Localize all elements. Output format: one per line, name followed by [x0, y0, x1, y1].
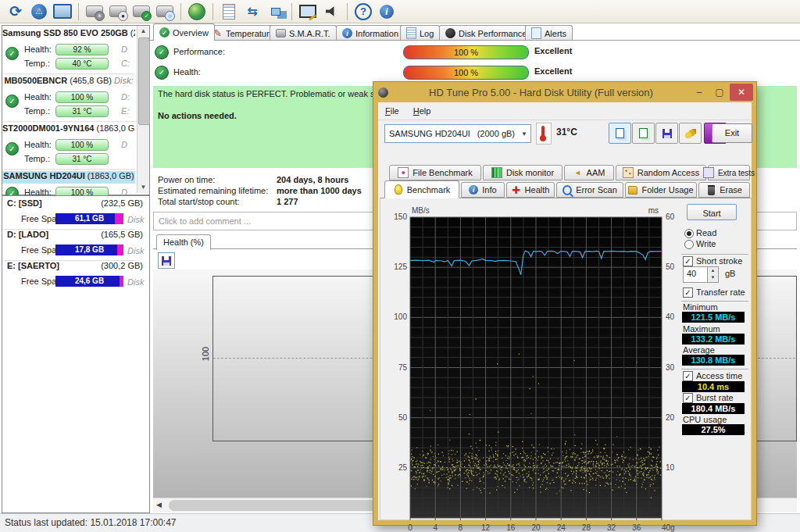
volume-row-c[interactable]: C: [SSD](232,5 GB) Free Space 61,1 GB Di…: [2, 198, 148, 230]
volume-note: Disk: [127, 277, 148, 287]
tab-disk-monitor[interactable]: Disk monitor: [483, 165, 562, 180]
health-bar: 100 %: [55, 91, 109, 103]
tab-alerts[interactable]: Alerts: [525, 25, 573, 41]
svg-text:28: 28: [582, 523, 591, 532]
access-time-checkbox[interactable]: [683, 371, 693, 381]
start-button[interactable]: Start: [687, 204, 737, 220]
write-radio[interactable]: [684, 240, 694, 249]
disk-row-samsung-ssd[interactable]: Samsung SSD 850 EVO 250GB (232,5 GB) ✓ H…: [2, 28, 135, 73]
menu-help[interactable]: Help: [406, 106, 438, 116]
save-chart-button[interactable]: [158, 252, 175, 269]
report-icon[interactable]: [219, 2, 239, 21]
tab-aam[interactable]: ◄AAM: [564, 165, 614, 180]
volume-name: E: [SAERTO]: [7, 261, 59, 270]
maximize-button[interactable]: ▢: [709, 84, 730, 100]
scroll-left-icon[interactable]: ◀: [156, 501, 162, 509]
floppy-icon: [662, 129, 672, 138]
tab-overview[interactable]: ✓Overview: [153, 23, 215, 41]
refresh-icon[interactable]: ⟳: [5, 2, 26, 21]
svg-text:20: 20: [531, 523, 541, 532]
disk-clock-icon[interactable]: ●: [108, 2, 128, 21]
minimum-label: Minimum: [683, 302, 718, 312]
burst-rate-value: 180.4 MB/s: [682, 403, 745, 414]
info-icon: i: [342, 28, 352, 38]
transfer-rate-checkbox[interactable]: [683, 287, 693, 298]
close-button[interactable]: ✕: [730, 84, 753, 101]
donate-button[interactable]: [679, 123, 702, 144]
short-stroke-checkbox[interactable]: [683, 256, 693, 266]
menu-file[interactable]: File: [378, 106, 406, 116]
tab-health[interactable]: ✚Health: [506, 182, 555, 198]
read-radio[interactable]: [684, 229, 694, 238]
disk-search-icon[interactable]: ○: [155, 2, 175, 21]
health-rating: Excellent: [534, 66, 572, 76]
tab-extra-tests[interactable]: Extra tests: [708, 165, 750, 180]
tab-folder-usage[interactable]: Folder Usage: [625, 182, 697, 198]
speaker-icon[interactable]: [321, 2, 341, 21]
volume-row-d[interactable]: D: [LADO](165,5 GB) Free Space 17,8 GB D…: [2, 230, 148, 261]
tab-error-scan[interactable]: Error Scan: [556, 182, 623, 198]
disk-row-st2000[interactable]: ST2000DM001-9YN164 (1863,0 GB) ✓ Health:…: [2, 123, 135, 169]
volume-row-e[interactable]: E: [SAERTO](300,2 GB) Free Space 24,6 GB…: [2, 261, 148, 292]
tab-file-benchmark[interactable]: ●File Benchmark: [389, 165, 481, 180]
average-value: 130.8 MB/s: [682, 355, 745, 366]
disk-list-scrollbar[interactable]: ▲ ▼: [137, 26, 149, 193]
copy-button[interactable]: [609, 123, 631, 144]
monitor-disk-icon[interactable]: [52, 2, 73, 21]
copy-text-button[interactable]: [632, 123, 655, 144]
device-select[interactable]: SAMSUNG HD204UI (2000 gB) ▼: [384, 124, 531, 143]
disk-performance-icon: [445, 28, 455, 38]
svg-text:36: 36: [632, 523, 641, 532]
temp-label: Temp.:: [24, 106, 52, 116]
tab-health-percent[interactable]: Health (%): [156, 234, 211, 250]
help-icon[interactable]: ?: [353, 2, 373, 21]
magnifier-icon: [562, 185, 572, 195]
device-temperature: 31°C: [556, 127, 577, 137]
minimize-button[interactable]: –: [689, 84, 709, 100]
scroll-down-icon[interactable]: ▼: [138, 182, 149, 193]
scroll-up-icon[interactable]: ▲: [138, 26, 149, 37]
device-size: (2000 gB): [477, 129, 518, 138]
svg-text:12: 12: [481, 523, 491, 532]
svg-text:50: 50: [398, 413, 408, 422]
save-button[interactable]: [655, 123, 678, 144]
device-name: SAMSUNG HD204UI: [385, 129, 477, 138]
tab-smart[interactable]: S.M.A.R.T.: [270, 25, 337, 41]
disk-size: (1863,0 GB): [96, 123, 135, 133]
read-label: Read: [696, 228, 716, 237]
y-axis-label: 100: [201, 347, 210, 361]
bulb-icon: [394, 185, 403, 195]
burst-rate-checkbox[interactable]: [683, 393, 693, 403]
disk-check-icon[interactable]: ✓: [131, 2, 152, 21]
copy-green-icon: [639, 128, 648, 138]
floppy-icon: [162, 256, 171, 266]
volume-note: Disk: [127, 246, 148, 255]
scroll-thumb[interactable]: [138, 37, 150, 125]
tab-disk-performance[interactable]: Disk Performance: [439, 25, 533, 41]
disk-row-mb0500[interactable]: MB0500EBNCR (465,8 GB) Disk: ✓ Health: 1…: [2, 76, 135, 121]
svg-text:ms: ms: [648, 206, 659, 215]
volume-size: (300,2 GB): [101, 261, 143, 270]
screen: ⟳ ⚠ ✳ ● ✓ ○ ⇆ ? i Samsung SSD 850 EVO 25…: [0, 0, 800, 532]
ok-icon: ✓: [155, 66, 169, 80]
tab-erase[interactable]: Erase: [698, 182, 750, 198]
monitor-edit-icon[interactable]: [298, 2, 318, 21]
sync-icon[interactable]: ⇆: [242, 2, 262, 21]
network-computers-icon[interactable]: [266, 2, 286, 21]
tab-log[interactable]: Log: [400, 25, 440, 41]
copy-icon: [616, 128, 624, 138]
info-icon[interactable]: i: [377, 2, 397, 21]
disk-settings-icon[interactable]: ✳: [84, 2, 105, 21]
tab-random-access[interactable]: Random Access: [616, 165, 706, 180]
temp-bar: 31 °C: [55, 153, 109, 165]
short-stroke-spinner[interactable]: 40 ▲▼: [683, 266, 719, 283]
network-disk-icon[interactable]: [187, 2, 207, 21]
tab-info[interactable]: iInfo: [461, 182, 505, 198]
tab-information[interactable]: iInformation: [336, 25, 405, 41]
title-bar[interactable]: HD Tune Pro 5.00 - Hard Disk Utility (Fu…: [373, 82, 756, 102]
exit-button[interactable]: Exit: [712, 123, 752, 143]
tab-benchmark[interactable]: Benchmark: [384, 180, 459, 198]
warning-icon[interactable]: ⚠: [29, 2, 49, 21]
svg-text:MB/s: MB/s: [412, 206, 430, 215]
spinner-arrows-icon[interactable]: ▲▼: [707, 267, 718, 282]
